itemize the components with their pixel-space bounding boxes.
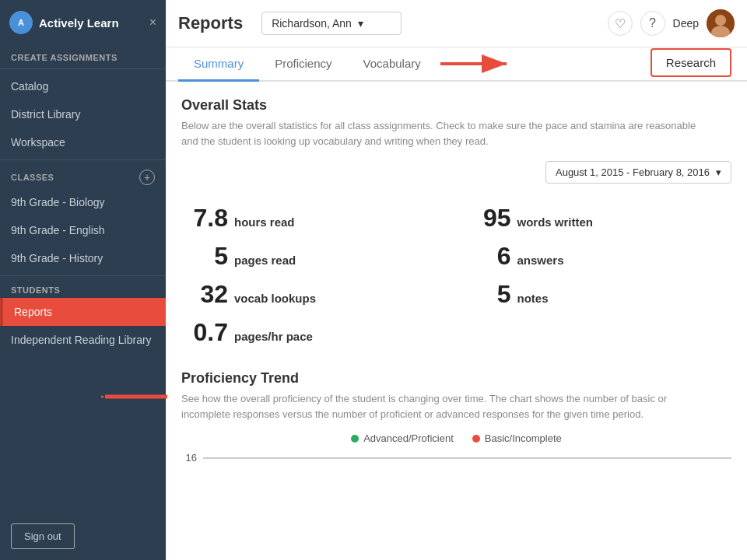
legend-basic-incomplete: Basic/Incomplete [472,432,562,444]
favorites-button[interactable]: ♡ [608,11,633,36]
stat-label-notes: notes [517,292,549,305]
svg-text:A: A [18,18,24,27]
sidebar: A Actively Learn × CREATE ASSIGNMENTS Ca… [0,0,166,560]
heart-icon: ♡ [615,16,626,31]
date-range-dropdown[interactable]: August 1, 2015 - February 8, 2016 ▾ [545,161,731,184]
tab-research[interactable]: Research [651,48,731,77]
stat-row-hours-read: 7.8 hours read [189,199,441,237]
main-content: Reports Richardson, Ann ▾ ♡ ? Deep Summa… [166,0,747,560]
page-title: Reports [178,13,243,33]
legend-dot-green [351,435,359,443]
app-logo-icon: A [9,11,33,34]
sidebar-item-english[interactable]: 9th Grade - English [0,216,166,244]
legend-advanced-proficient: Advanced/Proficient [351,432,454,444]
legend-label-basic: Basic/Incomplete [485,432,562,444]
content-area: Overall Stats Below are the overall stat… [166,82,747,560]
stat-row-words-written: 95 words written [472,199,724,237]
classes-label: CLASSES [11,173,54,182]
tab-proficiency[interactable]: Proficiency [259,47,347,82]
tab-vocabulary[interactable]: Vocabulary [348,47,437,82]
stat-row-pages-pace: 0.7 pages/hr pace [189,313,441,352]
tab-summary[interactable]: Summary [178,47,259,82]
student-name: Richardson, Ann [272,17,352,30]
proficiency-trend-title: Proficiency Trend [181,370,731,387]
stat-label-pages-read: pages read [234,254,296,267]
add-class-button[interactable]: + [139,170,155,185]
dropdown-arrow-icon: ▾ [358,17,363,30]
chart-y-axis-value: 16 [181,452,197,464]
sidebar-item-district-library[interactable]: District Library [0,100,166,128]
chart-legend: Advanced/Proficient Basic/Incomplete [181,432,731,444]
dropdown-arrow-icon: ▾ [716,166,721,178]
signout-section: Sign out [0,513,166,560]
sidebar-item-reading-library[interactable]: Independent Reading Library [0,326,166,354]
legend-label-advanced: Advanced/Proficient [363,432,454,444]
sidebar-item-catalog[interactable]: Catalog [0,72,166,100]
signout-button[interactable]: Sign out [11,523,75,549]
proficiency-trend-description: See how the overall proficiency of the s… [181,391,710,422]
stat-label-words-written: words written [517,215,594,229]
date-range-value: August 1, 2015 - February 8, 2016 [556,166,710,178]
topbar: Reports Richardson, Ann ▾ ♡ ? Deep [166,0,747,47]
students-label: STUDENTS [11,285,60,295]
stat-row-notes: 5 notes [472,275,724,313]
sidebar-item-history[interactable]: 9th Grade - History [0,244,166,272]
help-button[interactable]: ? [640,11,665,36]
user-name: Deep [673,17,699,30]
sidebar-logo-area: A Actively Learn [9,11,119,34]
question-icon: ? [649,16,656,30]
stat-number-hours-read: 7.8 [189,204,228,233]
research-arrow-icon [437,50,514,78]
stat-number-vocab-lookups: 32 [189,280,228,309]
student-dropdown[interactable]: Richardson, Ann ▾ [261,12,402,35]
stats-right-column: 95 words written 6 answers 5 notes [472,199,724,352]
stat-number-answers: 6 [472,242,511,271]
sidebar-item-biology[interactable]: 9th Grade - Biology [0,188,166,216]
legend-dot-red [472,435,480,443]
user-avatar[interactable] [707,9,735,37]
close-icon[interactable]: × [149,16,156,30]
chart-line [203,457,731,459]
sidebar-item-workspace[interactable]: Workspace [0,128,166,156]
stat-number-words-written: 95 [472,204,511,233]
stat-number-notes: 5 [472,280,511,309]
stats-left-column: 7.8 hours read 5 pages read 32 vocab loo… [189,199,441,352]
overall-stats-description: Below are the overall statistics for all… [181,118,710,149]
sidebar-header: A Actively Learn × [0,0,166,45]
sidebar-item-reports[interactable]: Reports [0,298,166,326]
stat-label-hours-read: hours read [234,215,295,229]
stat-label-answers: answers [517,254,564,267]
chart-area: 16 [181,452,731,464]
date-range-selector: August 1, 2015 - February 8, 2016 ▾ [181,161,731,184]
create-assignments-label: CREATE ASSIGNMENTS [0,45,166,65]
stat-number-pages-pace: 0.7 [189,318,228,347]
stat-row-vocab-lookups: 32 vocab lookups [189,275,441,313]
stat-row-pages-read: 5 pages read [189,237,441,275]
tab-bar: Summary Proficiency Vocabulary Research [166,47,747,82]
app-name: Actively Learn [39,16,119,30]
stats-grid: 7.8 hours read 5 pages read 32 vocab loo… [181,199,731,352]
overall-stats-title: Overall Stats [181,97,731,114]
stat-label-vocab-lookups: vocab lookups [234,292,316,305]
stat-label-pages-pace: pages/hr pace [234,330,313,343]
topbar-icons: ♡ ? Deep [608,9,735,37]
stat-row-answers: 6 answers [472,237,724,275]
students-section-header: STUDENTS [0,279,166,298]
proficiency-section: Proficiency Trend See how the overall pr… [181,370,731,464]
svg-point-3 [715,15,726,26]
classes-section-header: CLASSES + [0,163,166,188]
stat-number-pages-read: 5 [189,242,228,271]
